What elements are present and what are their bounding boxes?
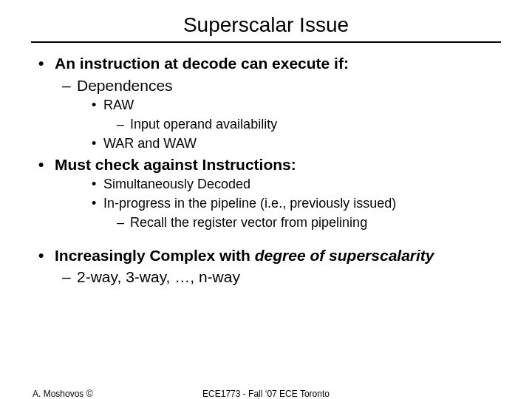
bullet-level1: Increasingly Complex with degree of supe… [33, 245, 499, 266]
slide-body: An instruction at decode can execute if:… [0, 53, 532, 287]
bullet-level3: In-progress in the pipeline (i.e., previ… [33, 195, 499, 213]
bullet-level4: Input operand availability [33, 116, 499, 134]
title-rule [31, 41, 501, 43]
bullet-level2: Dependences [33, 75, 499, 96]
bullet-level2: 2-way, 3-way, …, n-way [33, 267, 499, 287]
bullet-level4: Recall the register vector from pipelini… [33, 214, 499, 232]
bullet-level3: WAR and WAW [33, 135, 499, 153]
bullet-level1: Must check against Instructions: [33, 154, 499, 175]
footer-course: ECE1773 - Fall ‘07 ECE Toronto [0, 389, 532, 399]
bullet-text-italic: degree of superscalarity [255, 247, 434, 264]
bullet-text: Increasingly Complex with [55, 247, 255, 264]
bullet-level3: RAW [33, 97, 499, 115]
slide: Superscalar Issue An instruction at deco… [0, 0, 532, 399]
slide-title: Superscalar Issue [0, 0, 532, 41]
bullet-level3: Simultaneously Decoded [33, 176, 499, 194]
bullet-level1: An instruction at decode can execute if: [33, 53, 499, 74]
